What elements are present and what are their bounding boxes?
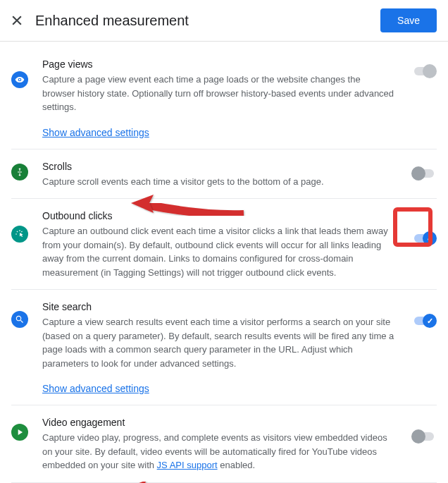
save-button[interactable]: Save	[380, 8, 437, 32]
advanced-settings-link[interactable]: Show advanced settings	[42, 127, 149, 138]
click-icon	[11, 226, 28, 243]
feature-title: Scrolls	[42, 161, 394, 172]
eye-icon	[11, 71, 28, 88]
feature-description: Capture a page view event each time a pa…	[42, 73, 394, 114]
js-api-support-link[interactable]: JS API support	[157, 460, 218, 470]
dialog-title: Enhanced measurement	[35, 13, 380, 29]
section-page-views: Page views Capture a page view event eac…	[11, 42, 437, 149]
toggle-outbound-clicks[interactable]: ✓	[411, 231, 437, 245]
feature-title: Video engagement	[42, 417, 394, 428]
section-scrolls: Scrolls Capture scroll events each time …	[11, 149, 437, 200]
section-outbound-clicks: Outbound clicks Capture an outbound clic…	[11, 199, 437, 290]
feature-description: Capture a view search results event each…	[42, 315, 394, 370]
feature-description: Capture video play, progress, and comple…	[42, 431, 394, 472]
play-icon	[11, 424, 28, 441]
toggle-video-engagement[interactable]	[411, 429, 437, 444]
toggle-site-search[interactable]: ✓	[411, 314, 437, 328]
scroll-icon	[11, 164, 28, 181]
feature-title: Page views	[42, 59, 394, 70]
feature-title: Site search	[42, 301, 394, 312]
advanced-settings-link[interactable]: Show advanced settings	[42, 383, 149, 394]
feature-description: Capture scroll events each time a visito…	[42, 175, 394, 189]
feature-title: Outbound clicks	[42, 210, 394, 221]
toggle-scrolls[interactable]	[411, 166, 437, 181]
section-site-search: Site search Capture a view search result…	[11, 290, 437, 405]
close-icon[interactable]	[10, 13, 24, 27]
dialog-header: Enhanced measurement Save	[0, 0, 448, 42]
section-video-engagement: Video engagement Capture video play, pro…	[11, 405, 437, 483]
search-icon	[11, 311, 28, 328]
toggle-page-views	[411, 64, 437, 78]
feature-description: Capture an outbound click event each tim…	[42, 224, 394, 279]
